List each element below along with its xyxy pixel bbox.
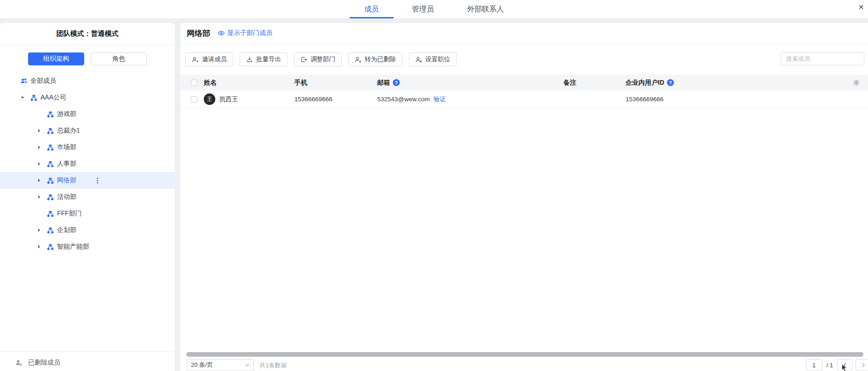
department-title: 网络部 bbox=[187, 28, 210, 39]
tree-item-label: 总裁办1 bbox=[57, 127, 80, 135]
caret-right-icon[interactable] bbox=[37, 178, 47, 183]
tree-item-label: 市场部 bbox=[57, 143, 76, 151]
toolbar-button-label: 调整部门 bbox=[310, 55, 335, 64]
tree-item-label: 游戏部 bbox=[57, 110, 76, 118]
sidebar-panel: 团队模式：普通模式 组织架构 角色 全部成员 AAA公司游戏部总裁办1市场部人事… bbox=[0, 23, 175, 371]
caret-right-icon[interactable] bbox=[37, 128, 47, 133]
caret-right-icon[interactable] bbox=[37, 145, 47, 150]
column-settings-icon[interactable] bbox=[853, 79, 860, 86]
help-icon[interactable]: ? bbox=[667, 79, 674, 86]
deleted-member-icon bbox=[15, 359, 23, 366]
sidebar-item-人事部[interactable]: 人事部 bbox=[0, 156, 175, 172]
member-name-cell: 王凯西王 bbox=[204, 93, 294, 105]
column-header-email: 邮箱? bbox=[377, 79, 563, 87]
search-input[interactable] bbox=[785, 55, 868, 63]
top-tab-bar: 成员管理员外部联系人 × bbox=[0, 0, 868, 19]
org-structure-button[interactable]: 组织架构 bbox=[28, 52, 84, 65]
sidebar-item-活动部[interactable]: 活动部 bbox=[0, 189, 175, 205]
toolbar-button-label: 设置职位 bbox=[425, 55, 450, 64]
department-icon bbox=[47, 210, 56, 217]
avatar: 王 bbox=[204, 93, 215, 105]
dept-move-button[interactable]: 调整部门 bbox=[294, 52, 342, 66]
team-mode-title: 团队模式：普通模式 bbox=[0, 23, 175, 45]
department-icon bbox=[47, 194, 56, 201]
person-remove-button[interactable]: 转为已删除 bbox=[348, 52, 402, 66]
tree-item-label: 活动部 bbox=[57, 193, 76, 201]
column-label: 邮箱 bbox=[377, 79, 390, 87]
eye-icon bbox=[218, 29, 225, 37]
person-add-button[interactable]: 邀请成员 bbox=[185, 52, 233, 66]
row-checkbox[interactable] bbox=[191, 96, 197, 103]
caret-right-icon[interactable] bbox=[37, 162, 47, 166]
page-size-select[interactable]: 20 条/页 bbox=[187, 359, 254, 371]
column-label: 备注 bbox=[563, 79, 576, 87]
member-userid: 15366669666 bbox=[626, 96, 841, 103]
department-icon bbox=[47, 111, 56, 118]
sidebar-item-智能产能部[interactable]: 智能产能部 bbox=[0, 238, 175, 255]
column-header-userid: 企业内用户ID? bbox=[626, 79, 841, 87]
kebab-menu-icon[interactable] bbox=[97, 177, 98, 184]
department-icon bbox=[47, 227, 56, 234]
table-row: 王凯西王15366669666532543@wew.com验证153666696… bbox=[180, 91, 868, 108]
prev-page-button[interactable] bbox=[837, 359, 852, 371]
sidebar-item-游戏部[interactable]: 游戏部 bbox=[0, 106, 175, 122]
chevron-right-icon bbox=[861, 362, 866, 368]
tab-members[interactable]: 成员 bbox=[364, 0, 379, 18]
view-toggle: 组织架构 角色 bbox=[0, 52, 175, 65]
tree-item-label: 网络部 bbox=[57, 176, 76, 185]
toolbar-button-label: 批量导出 bbox=[256, 55, 281, 64]
column-label: 企业内用户ID bbox=[626, 79, 664, 87]
group-icon bbox=[20, 77, 29, 85]
tab-admins[interactable]: 管理员 bbox=[412, 0, 434, 18]
caret-right-icon[interactable] bbox=[37, 244, 47, 249]
role-button[interactable]: 角色 bbox=[91, 52, 147, 65]
total-pages-label: / 1 bbox=[826, 362, 834, 369]
chevron-left-icon bbox=[842, 362, 848, 368]
department-icon bbox=[47, 177, 56, 184]
sidebar-item-deleted-members[interactable]: 已删除成员 bbox=[0, 351, 175, 371]
sidebar-item-企划部[interactable]: 企划部 bbox=[0, 222, 175, 238]
sidebar-item-市场部[interactable]: 市场部 bbox=[0, 139, 175, 156]
sidebar-item-AAA公司[interactable]: AAA公司 bbox=[0, 89, 175, 106]
close-icon[interactable]: × bbox=[855, 1, 867, 13]
column-label: 手机 bbox=[294, 79, 307, 87]
sidebar-item-总裁办1[interactable]: 总裁办1 bbox=[0, 122, 175, 139]
deleted-members-label: 已删除成员 bbox=[28, 359, 60, 367]
department-icon bbox=[47, 243, 56, 250]
tree-item-label: 人事部 bbox=[57, 160, 76, 168]
sidebar-item-all-members[interactable]: 全部成员 bbox=[0, 73, 175, 89]
toolbar-button-label: 转为已删除 bbox=[365, 55, 396, 64]
pagination: 1 / 1 bbox=[806, 359, 868, 371]
table-body: 王凯西王15366669666532543@wew.com验证153666696… bbox=[180, 91, 868, 108]
help-icon[interactable]: ? bbox=[393, 79, 400, 86]
caret-down-icon[interactable] bbox=[20, 95, 30, 100]
sidebar-item-网络部[interactable]: 网络部 bbox=[0, 172, 175, 189]
person-role-button[interactable]: 设置职位 bbox=[409, 52, 457, 66]
department-icon bbox=[47, 161, 56, 168]
tab-external-contacts[interactable]: 外部联系人 bbox=[467, 0, 504, 18]
current-page-box[interactable]: 1 bbox=[806, 359, 822, 371]
sidebar-item-FFF部门[interactable]: FFF部门 bbox=[0, 205, 175, 222]
caret-right-icon[interactable] bbox=[37, 228, 47, 232]
select-all-checkbox[interactable] bbox=[191, 80, 197, 86]
toolbar-button-label: 邀请成员 bbox=[202, 55, 227, 64]
person-role-icon bbox=[415, 56, 422, 63]
next-page-button[interactable] bbox=[856, 359, 868, 371]
members-panel: 网络部 显示子部门成员 邀请成员批量导出调整部门转为已删除设置职位 姓名手机邮箱… bbox=[180, 23, 868, 371]
member-toolbar: 邀请成员批量导出调整部门转为已删除设置职位 bbox=[180, 44, 868, 66]
column-label: 姓名 bbox=[204, 79, 217, 87]
download-button[interactable]: 批量导出 bbox=[240, 52, 287, 66]
tree-item-label: 企划部 bbox=[57, 226, 76, 234]
horizontal-scrollbar[interactable] bbox=[186, 352, 863, 357]
page-size-value: 20 条/页 bbox=[191, 361, 245, 369]
member-email-cell: 532543@wew.com验证 bbox=[377, 95, 563, 104]
dept-move-icon bbox=[300, 56, 307, 63]
verify-link[interactable]: 验证 bbox=[433, 96, 446, 103]
caret-right-icon[interactable] bbox=[37, 195, 47, 199]
show-subdepartment-members-link[interactable]: 显示子部门成员 bbox=[218, 29, 272, 37]
column-header-phone: 手机 bbox=[294, 79, 377, 87]
download-icon bbox=[246, 56, 253, 63]
search-box bbox=[781, 52, 864, 65]
department-icon bbox=[47, 144, 56, 151]
tree-item-label: FFF部门 bbox=[57, 209, 82, 218]
